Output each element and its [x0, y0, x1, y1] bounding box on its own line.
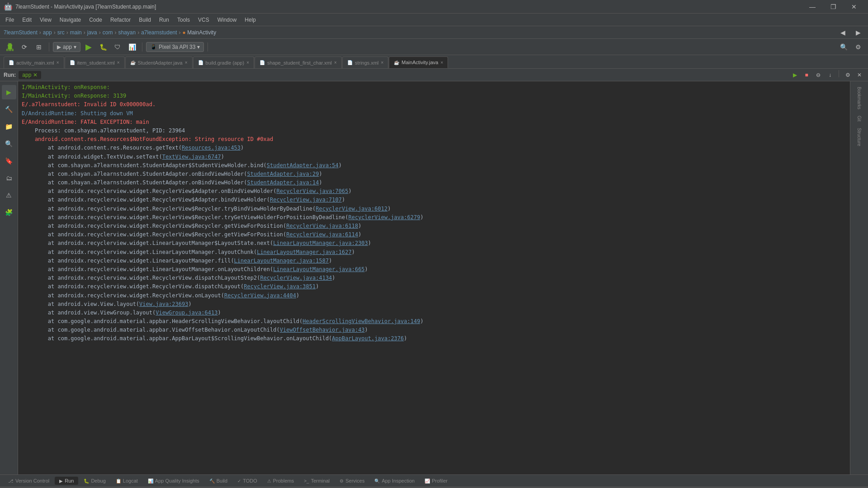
bottom-tab-todo[interactable]: ✓TODO	[233, 477, 262, 485]
stack-link[interactable]: LinearLayoutManager.java:665	[273, 266, 364, 272]
nav-forward-button[interactable]: ▶	[852, 26, 864, 39]
stack-link[interactable]: RecyclerView.java:6012	[316, 206, 387, 212]
stack-link[interactable]: StudentAdapter.java:14	[247, 179, 319, 186]
nav-item-java[interactable]: java	[87, 29, 97, 36]
nav-item-shayan[interactable]: shayan	[118, 29, 136, 36]
nav-item-mainactivity[interactable]: ● MainActivity	[183, 29, 217, 36]
bottom-tab-version-control[interactable]: ⎇Version Control	[4, 477, 54, 485]
menu-item-window[interactable]: Window	[214, 15, 241, 25]
nav-item-src[interactable]: src	[57, 29, 65, 36]
tab-close-button[interactable]: ×	[185, 60, 188, 65]
debug-button[interactable]: 🐛	[97, 41, 109, 53]
menu-item-code[interactable]: Code	[85, 15, 106, 25]
stack-link[interactable]: LinearLayoutManager.java:1587	[234, 258, 329, 264]
bottom-tab-logcat[interactable]: 📋Logcat	[111, 477, 142, 485]
stack-link[interactable]: TextView.java:6747	[162, 154, 221, 160]
stack-link[interactable]: RecyclerView.java:7065	[277, 188, 349, 194]
run-restart-button[interactable]: ▶	[790, 70, 800, 80]
right-panel-bookmarks[interactable]: Bookmarks	[855, 85, 863, 111]
stack-link[interactable]: RecyclerView.java:7107	[270, 197, 342, 203]
stack-link[interactable]: StudentAdapter.java:54	[267, 162, 339, 169]
run-stop-button[interactable]: ■	[802, 70, 811, 80]
coverage-button[interactable]: 🛡	[111, 41, 124, 53]
menu-item-tools[interactable]: Tools	[174, 15, 193, 25]
device-selector[interactable]: 📱 Pixel 3a API 33 ▾	[146, 42, 204, 52]
bottom-tab-run[interactable]: ▶Run	[55, 477, 78, 485]
right-panel-git[interactable]: Git	[855, 114, 863, 123]
android-button[interactable]	[4, 41, 16, 53]
stack-link[interactable]: RecyclerView.java:4404	[224, 292, 296, 299]
tab-close-button[interactable]: ×	[381, 60, 383, 65]
menu-item-build[interactable]: Build	[135, 15, 155, 25]
settings-button[interactable]: ⚙	[852, 41, 864, 53]
tab-shape-student-first-char-xml[interactable]: 📄shape_student_first_char.xml×	[255, 56, 342, 68]
run-close-panel-button[interactable]: ✕	[854, 70, 864, 80]
bottom-tab-profiler[interactable]: 📈Profiler	[420, 477, 452, 485]
run-app-tab[interactable]: app ✕	[19, 71, 41, 79]
bottom-tab-problems[interactable]: ⚠Problems	[263, 477, 298, 485]
right-panel-structure[interactable]: Structure	[855, 126, 863, 148]
nav-item-main[interactable]: main	[70, 29, 82, 36]
run-config-selector[interactable]: ▶ app ▾	[53, 42, 80, 52]
sidebar-structure-icon[interactable]: 🗂	[2, 171, 16, 185]
run-button[interactable]: ▶	[82, 41, 95, 53]
menu-item-run[interactable]: Run	[156, 15, 173, 25]
log-content[interactable]: I/MainActivity: onResponse:I/MainActivit…	[18, 81, 850, 474]
search-everywhere-button[interactable]: 🔍	[837, 41, 850, 53]
tab-studentadapter-java[interactable]: ☕StudentAdapter.java×	[125, 56, 193, 68]
stack-link[interactable]: Resources.java:453	[182, 145, 241, 151]
run-scroll-button[interactable]: ↓	[825, 70, 835, 80]
stack-link[interactable]: RecyclerView.java:6114	[286, 231, 358, 238]
run-settings-button[interactable]: ⚙	[843, 70, 853, 80]
menu-item-view[interactable]: View	[36, 15, 55, 25]
stack-link[interactable]: RecyclerView.java:3851	[244, 283, 316, 290]
sidebar-notifications-icon[interactable]: ⚠	[2, 188, 16, 202]
menu-item-navigate[interactable]: Navigate	[56, 15, 85, 25]
tab-activity-main-xml[interactable]: 📄activity_main.xml×	[4, 56, 64, 68]
stack-link[interactable]: AppBarLayout.java:2376	[332, 335, 404, 342]
tab-build-gradle--app-[interactable]: 📄build.gradle (app)×	[193, 56, 254, 68]
menu-item-vcs[interactable]: VCS	[194, 15, 213, 25]
stack-link[interactable]: HeaderScrollingViewBehavior.java:149	[302, 318, 420, 324]
stack-link[interactable]: View.java:23693	[139, 301, 188, 307]
bottom-tab-app-inspection[interactable]: 🔍App Inspection	[370, 477, 419, 485]
menu-item-edit[interactable]: Edit	[19, 15, 35, 25]
tab-mainactivity-java[interactable]: ☕MainActivity.java×	[389, 56, 448, 68]
nav-back-button[interactable]: ◀	[836, 26, 849, 39]
bottom-tab-app-quality-insights[interactable]: 📊App Quality Insights	[143, 477, 204, 485]
bottom-tab-services[interactable]: ⚙Services	[335, 477, 369, 485]
bottom-tab-build[interactable]: 🔨Build	[205, 477, 232, 485]
sidebar-bookmarks-icon[interactable]: 🔖	[2, 154, 16, 168]
sdk-button[interactable]: ⊞	[33, 41, 45, 53]
maximize-button[interactable]: ❐	[823, 0, 844, 14]
stack-link[interactable]: LinearLayoutManager.java:2303	[273, 240, 368, 246]
stack-link[interactable]: RecyclerView.java:6118	[286, 223, 358, 229]
sidebar-run-icon[interactable]: ▶	[2, 85, 16, 99]
tab-close-button[interactable]: ×	[440, 60, 443, 65]
tab-close-button[interactable]: ×	[57, 60, 59, 65]
stack-link[interactable]: ViewOffsetBehavior.java:43	[280, 327, 365, 333]
close-button[interactable]: ✕	[844, 0, 864, 14]
sync-button[interactable]: ⟳	[18, 41, 31, 53]
bottom-tab-debug[interactable]: 🐛Debug	[79, 477, 110, 485]
sidebar-plugins-icon[interactable]: 🧩	[2, 205, 16, 220]
nav-item-com[interactable]: com	[103, 29, 113, 36]
menu-item-help[interactable]: Help	[241, 15, 259, 25]
sidebar-find-icon[interactable]: 🔍	[2, 136, 16, 151]
stack-link[interactable]: ViewGroup.java:6413	[156, 310, 217, 316]
sidebar-project-icon[interactable]: 📁	[2, 119, 16, 134]
run-clear-button[interactable]: ⊖	[813, 70, 823, 80]
tab-close-button[interactable]: ×	[334, 60, 337, 65]
stack-link[interactable]: LinearLayoutManager.java:1627	[257, 249, 352, 255]
profile-button[interactable]: 📊	[126, 41, 138, 53]
tab-item-student-xml[interactable]: 📄item_student.xml×	[65, 56, 125, 68]
menu-item-file[interactable]: File	[2, 15, 18, 25]
tab-close-button[interactable]: ×	[117, 60, 120, 65]
stack-link[interactable]: RecyclerView.java:4134	[260, 275, 332, 281]
menu-item-refactor[interactable]: Refactor	[107, 15, 134, 25]
stack-link[interactable]: StudentAdapter.java:29	[247, 171, 319, 177]
nav-item-a7learnstudent[interactable]: a7learnstudent	[141, 29, 177, 36]
minimize-button[interactable]: —	[802, 0, 823, 14]
nav-item-project[interactable]: 7learnStudent	[4, 29, 38, 36]
sidebar-build-icon[interactable]: 🔨	[2, 102, 16, 117]
